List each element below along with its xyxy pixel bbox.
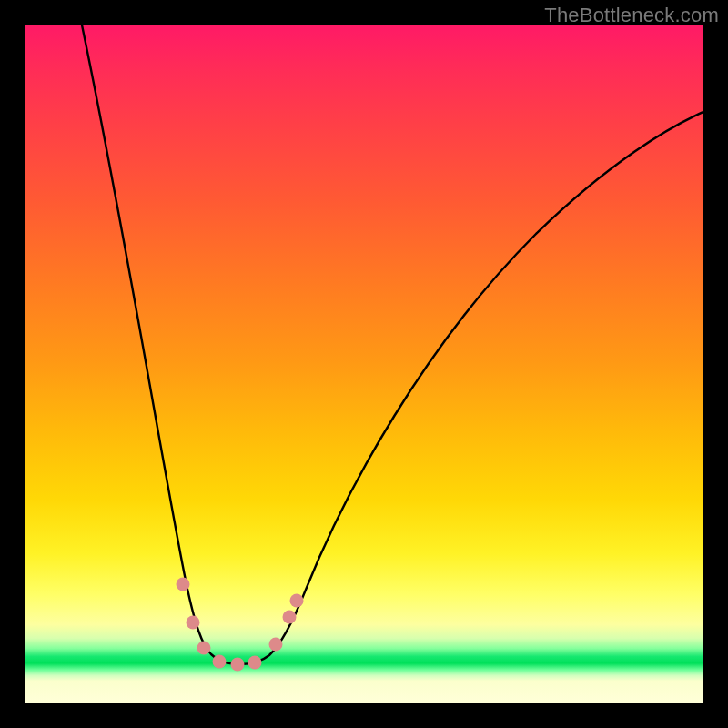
curve-marker bbox=[283, 611, 297, 624]
curve-layer bbox=[25, 25, 703, 703]
chart-frame: TheBottleneck.com bbox=[0, 0, 728, 728]
curve-marker bbox=[269, 638, 283, 652]
marker-group bbox=[177, 578, 304, 672]
plot-area bbox=[25, 25, 703, 703]
curve-marker bbox=[213, 655, 227, 669]
curve-marker bbox=[187, 616, 200, 630]
bottleneck-curve bbox=[80, 25, 703, 664]
curve-marker bbox=[290, 594, 304, 608]
curve-marker bbox=[248, 656, 262, 670]
curve-marker bbox=[197, 642, 211, 655]
curve-marker bbox=[177, 578, 190, 592]
curve-marker bbox=[231, 658, 245, 672]
watermark-text: TheBottleneck.com bbox=[544, 4, 719, 27]
